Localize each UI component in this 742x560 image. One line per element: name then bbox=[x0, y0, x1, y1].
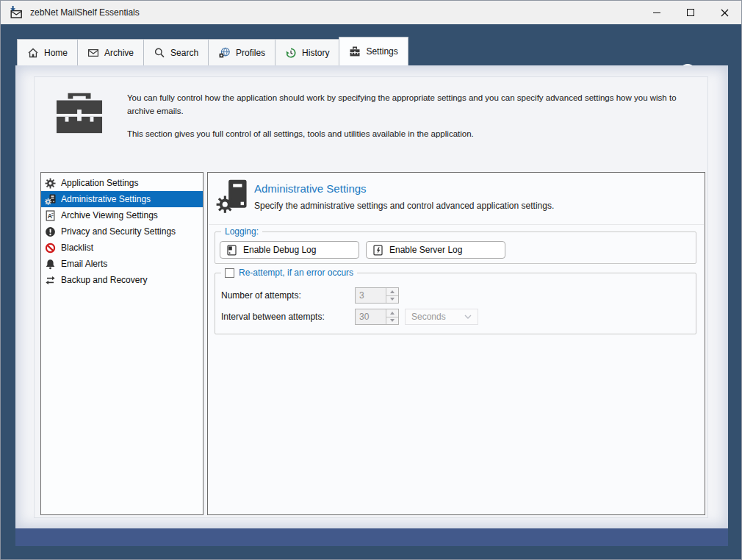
tab-history[interactable]: History bbox=[275, 39, 339, 65]
tab-home[interactable]: Home bbox=[17, 39, 78, 65]
window-controls bbox=[640, 1, 741, 24]
logging-legend: Logging: bbox=[221, 226, 262, 237]
reattempt-group: Re-attempt, if an error occurs Number of… bbox=[215, 273, 696, 334]
sidebar-item-administrative-settings[interactable]: Administrative Settings bbox=[41, 191, 203, 207]
tab-label: Search bbox=[170, 48, 198, 58]
intro-paragraph-2: This section gives you full control of a… bbox=[127, 128, 696, 141]
tab-profiles[interactable]: Profiles bbox=[208, 39, 275, 65]
history-icon bbox=[285, 47, 297, 59]
spin-down-button[interactable] bbox=[386, 317, 398, 325]
arrow-down-icon bbox=[390, 298, 395, 301]
arrow-up-icon bbox=[390, 290, 395, 293]
tab-label: Archive bbox=[104, 48, 134, 58]
panel-subtitle: Specify the administrative settings and … bbox=[254, 201, 554, 211]
logging-buttons: Enable Debug Log Enable Server Log bbox=[220, 241, 505, 259]
sidebar-item-label: Archive Viewing Settings bbox=[61, 210, 158, 220]
ribbon-band: Home Archive Search bbox=[1, 24, 741, 65]
attempts-value: 3 bbox=[356, 288, 386, 303]
tab-label: Settings bbox=[366, 46, 397, 57]
attempts-spinner[interactable]: 3 bbox=[355, 287, 399, 304]
title-bar: zebNet MailShelf Essentials bbox=[1, 1, 741, 24]
sidebar-item-label: Backup and Recovery bbox=[61, 275, 147, 285]
gear-icon bbox=[45, 178, 56, 189]
arrow-up-icon bbox=[390, 312, 395, 315]
sidebar-item-application-settings[interactable]: Application Settings bbox=[41, 175, 203, 191]
interval-row: Interval between attempts: 30 Seconds bbox=[221, 309, 478, 325]
logging-group: Logging: Enable Debug Log bbox=[215, 231, 696, 264]
svg-text:A: A bbox=[48, 212, 52, 219]
maximize-icon bbox=[687, 9, 694, 16]
debug-log-icon bbox=[226, 245, 237, 256]
spinner-buttons bbox=[386, 288, 398, 303]
interval-value: 30 bbox=[356, 309, 386, 324]
spin-up-button[interactable] bbox=[386, 288, 398, 295]
divider bbox=[209, 224, 704, 225]
tab-label: Profiles bbox=[236, 48, 265, 58]
toolbox-icon bbox=[349, 46, 361, 57]
tab-label: Home bbox=[44, 48, 68, 58]
panel-title: Administrative Settings bbox=[254, 182, 367, 195]
enable-debug-log-button[interactable]: Enable Debug Log bbox=[220, 241, 359, 259]
minimize-icon bbox=[653, 12, 660, 13]
bell-icon bbox=[45, 259, 56, 270]
tab-label: History bbox=[302, 48, 329, 58]
enable-server-log-button[interactable]: Enable Server Log bbox=[366, 241, 505, 259]
close-button[interactable] bbox=[707, 1, 741, 24]
server-log-icon bbox=[372, 245, 383, 256]
interval-unit-select[interactable]: Seconds bbox=[405, 309, 478, 325]
sidebar-item-backup-and-recovery[interactable]: Backup and Recovery bbox=[41, 272, 203, 288]
interval-unit-value: Seconds bbox=[411, 312, 446, 322]
spin-down-button[interactable] bbox=[386, 295, 398, 304]
minimize-button[interactable] bbox=[640, 1, 674, 24]
tab-settings[interactable]: Settings bbox=[339, 37, 408, 65]
settings-detail-panel: Administrative Settings Specify the admi… bbox=[207, 172, 705, 515]
page: You can fully control how the applicatio… bbox=[15, 65, 728, 528]
sidebar-item-label: Application Settings bbox=[61, 178, 138, 188]
admin-settings-icon bbox=[216, 179, 248, 215]
swap-arrows-icon bbox=[45, 275, 56, 286]
reattempt-checkbox[interactable] bbox=[225, 268, 234, 278]
spin-up-button[interactable] bbox=[386, 309, 398, 317]
tab-search[interactable]: Search bbox=[143, 39, 209, 65]
spinner-buttons bbox=[386, 309, 398, 324]
interval-label: Interval between attempts: bbox=[221, 312, 355, 322]
sidebar-item-blacklist[interactable]: Blacklist bbox=[41, 240, 203, 256]
close-icon bbox=[721, 9, 729, 17]
reattempt-legend-label: Re-attempt, if an error occurs bbox=[239, 268, 353, 279]
settings-card: You can fully control how the applicatio… bbox=[34, 76, 708, 518]
interval-spinner[interactable]: 30 bbox=[355, 309, 399, 325]
attempts-label: Number of attempts: bbox=[221, 290, 355, 301]
tab-archive[interactable]: Archive bbox=[77, 39, 144, 65]
button-label: Enable Debug Log bbox=[243, 245, 316, 255]
globe-gear-icon bbox=[218, 47, 231, 59]
toolbox-large-icon bbox=[51, 89, 108, 136]
document-a-icon: A bbox=[45, 210, 56, 221]
maximize-button[interactable] bbox=[674, 1, 707, 24]
window-title: zebNet MailShelf Essentials bbox=[30, 7, 140, 18]
intro-paragraph-1: You can fully control how the applicatio… bbox=[127, 92, 696, 118]
sidebar-item-label: Administrative Settings bbox=[61, 194, 151, 204]
sidebar-item-archive-viewing-settings[interactable]: A Archive Viewing Settings bbox=[41, 207, 203, 223]
sidebar-item-label: Email Alerts bbox=[61, 259, 107, 269]
intro-text: You can fully control how the applicatio… bbox=[127, 92, 696, 150]
sidebar-item-email-alerts[interactable]: Email Alerts bbox=[41, 256, 203, 272]
arrow-down-icon bbox=[390, 319, 395, 322]
block-icon bbox=[45, 243, 56, 254]
sidebar-item-label: Privacy and Security Settings bbox=[61, 226, 176, 237]
reattempt-legend: Re-attempt, if an error occurs bbox=[221, 268, 357, 279]
envelope-icon bbox=[87, 47, 99, 59]
button-label: Enable Server Log bbox=[389, 245, 462, 255]
chevron-down-icon bbox=[464, 315, 472, 319]
server-gear-icon bbox=[45, 194, 56, 205]
home-icon bbox=[27, 47, 39, 59]
tab-bar: Home Archive Search bbox=[17, 37, 408, 65]
app-window: zebNet MailShelf Essentials bbox=[0, 0, 742, 560]
search-icon bbox=[154, 47, 165, 59]
sidebar-item-label: Blacklist bbox=[61, 243, 93, 253]
app-icon bbox=[9, 5, 24, 20]
attempts-row: Number of attempts: 3 bbox=[221, 287, 399, 304]
sidebar-item-privacy-and-security-settings[interactable]: Privacy and Security Settings bbox=[41, 223, 203, 240]
settings-category-list: Application Settings bbox=[40, 172, 203, 515]
exclamation-circle-icon bbox=[45, 226, 56, 237]
page-background: You can fully control how the applicatio… bbox=[15, 65, 728, 546]
